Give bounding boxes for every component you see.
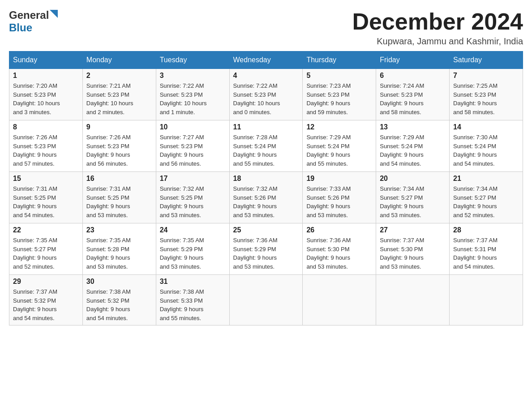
day-number: 13 [380,123,446,131]
day-info: Sunrise: 7:29 AMSunset: 5:24 PMDaylight:… [380,133,446,168]
calendar-cell [376,275,450,325]
calendar-cell: 28Sunrise: 7:37 AMSunset: 5:31 PMDayligh… [450,223,523,275]
calendar-cell [450,275,523,325]
day-info: Sunrise: 7:30 AMSunset: 5:24 PMDaylight:… [453,133,519,168]
day-number: 8 [13,123,79,131]
weekday-header-thursday: Thursday [303,51,376,69]
calendar-cell: 13Sunrise: 7:29 AMSunset: 5:24 PMDayligh… [376,120,450,172]
day-number: 11 [233,123,299,131]
day-number: 22 [13,226,79,234]
day-number: 28 [453,226,519,234]
day-number: 26 [306,226,372,234]
day-number: 2 [86,72,152,80]
day-info: Sunrise: 7:22 AMSunset: 5:23 PMDaylight:… [160,81,226,116]
calendar-cell: 7Sunrise: 7:25 AMSunset: 5:23 PMDaylight… [450,69,523,120]
day-number: 7 [453,72,519,80]
day-info: Sunrise: 7:23 AMSunset: 5:23 PMDaylight:… [306,81,372,116]
month-title: December 2024 [352,9,523,34]
day-number: 15 [13,175,79,183]
calendar-cell: 25Sunrise: 7:36 AMSunset: 5:29 PMDayligh… [229,223,303,275]
calendar-week-row: 8Sunrise: 7:26 AMSunset: 5:23 PMDaylight… [9,120,523,172]
day-info: Sunrise: 7:20 AMSunset: 5:23 PMDaylight:… [13,81,79,116]
day-info: Sunrise: 7:35 AMSunset: 5:27 PMDaylight:… [13,236,79,271]
calendar-cell: 29Sunrise: 7:37 AMSunset: 5:32 PMDayligh… [9,275,83,325]
calendar-cell [229,275,303,325]
day-info: Sunrise: 7:29 AMSunset: 5:24 PMDaylight:… [306,133,372,168]
calendar-cell: 10Sunrise: 7:27 AMSunset: 5:23 PMDayligh… [156,120,229,172]
location-text: Kupwara, Jammu and Kashmir, India [352,36,523,47]
calendar-cell: 23Sunrise: 7:35 AMSunset: 5:28 PMDayligh… [82,223,156,275]
day-number: 20 [380,175,446,183]
weekday-header-saturday: Saturday [450,51,523,69]
day-number: 27 [380,226,446,234]
day-info: Sunrise: 7:21 AMSunset: 5:23 PMDaylight:… [86,81,152,116]
calendar-cell: 15Sunrise: 7:31 AMSunset: 5:25 PMDayligh… [9,172,83,223]
calendar-cell: 12Sunrise: 7:29 AMSunset: 5:24 PMDayligh… [303,120,376,172]
calendar-cell: 14Sunrise: 7:30 AMSunset: 5:24 PMDayligh… [450,120,523,172]
day-info: Sunrise: 7:26 AMSunset: 5:23 PMDaylight:… [86,133,152,168]
calendar-cell: 6Sunrise: 7:24 AMSunset: 5:23 PMDaylight… [376,69,450,120]
calendar-cell: 3Sunrise: 7:22 AMSunset: 5:23 PMDaylight… [156,69,229,120]
calendar-week-row: 15Sunrise: 7:31 AMSunset: 5:25 PMDayligh… [9,172,523,223]
page-header: General Blue December 2024 Kupwara, Jamm… [9,9,523,47]
day-info: Sunrise: 7:35 AMSunset: 5:28 PMDaylight:… [86,236,152,271]
calendar-cell: 30Sunrise: 7:38 AMSunset: 5:32 PMDayligh… [82,275,156,325]
day-number: 6 [380,72,446,80]
calendar-cell: 9Sunrise: 7:26 AMSunset: 5:23 PMDaylight… [82,120,156,172]
day-info: Sunrise: 7:37 AMSunset: 5:32 PMDaylight:… [13,287,79,322]
title-section: December 2024 Kupwara, Jammu and Kashmir… [352,9,523,47]
day-info: Sunrise: 7:35 AMSunset: 5:29 PMDaylight:… [160,236,226,271]
calendar-cell: 24Sunrise: 7:35 AMSunset: 5:29 PMDayligh… [156,223,229,275]
day-info: Sunrise: 7:34 AMSunset: 5:27 PMDaylight:… [380,184,446,219]
day-number: 30 [86,278,152,286]
calendar-week-row: 22Sunrise: 7:35 AMSunset: 5:27 PMDayligh… [9,223,523,275]
day-info: Sunrise: 7:37 AMSunset: 5:31 PMDaylight:… [453,236,519,271]
weekday-header-wednesday: Wednesday [229,51,303,69]
calendar-table: SundayMondayTuesdayWednesdayThursdayFrid… [9,51,523,325]
calendar-cell: 8Sunrise: 7:26 AMSunset: 5:23 PMDaylight… [9,120,83,172]
calendar-cell: 19Sunrise: 7:33 AMSunset: 5:26 PMDayligh… [303,172,376,223]
calendar-cell: 20Sunrise: 7:34 AMSunset: 5:27 PMDayligh… [376,172,450,223]
day-info: Sunrise: 7:31 AMSunset: 5:25 PMDaylight:… [86,184,152,219]
weekday-header-monday: Monday [82,51,156,69]
day-info: Sunrise: 7:38 AMSunset: 5:33 PMDaylight:… [160,287,226,322]
day-number: 5 [306,72,372,80]
day-number: 24 [160,226,226,234]
day-info: Sunrise: 7:24 AMSunset: 5:23 PMDaylight:… [380,81,446,116]
day-info: Sunrise: 7:31 AMSunset: 5:25 PMDaylight:… [13,184,79,219]
calendar-cell: 31Sunrise: 7:38 AMSunset: 5:33 PMDayligh… [156,275,229,325]
day-info: Sunrise: 7:26 AMSunset: 5:23 PMDaylight:… [13,133,79,168]
day-number: 18 [233,175,299,183]
day-number: 10 [160,123,226,131]
day-info: Sunrise: 7:32 AMSunset: 5:26 PMDaylight:… [233,184,299,219]
day-info: Sunrise: 7:37 AMSunset: 5:30 PMDaylight:… [380,236,446,271]
day-info: Sunrise: 7:36 AMSunset: 5:30 PMDaylight:… [306,236,372,271]
calendar-week-row: 29Sunrise: 7:37 AMSunset: 5:32 PMDayligh… [9,275,523,325]
weekday-header-friday: Friday [376,51,450,69]
day-number: 4 [233,72,299,80]
day-info: Sunrise: 7:33 AMSunset: 5:26 PMDaylight:… [306,184,372,219]
logo-triangle-icon [50,10,58,18]
day-number: 21 [453,175,519,183]
calendar-cell: 11Sunrise: 7:28 AMSunset: 5:24 PMDayligh… [229,120,303,172]
day-info: Sunrise: 7:36 AMSunset: 5:29 PMDaylight:… [233,236,299,271]
calendar-cell: 17Sunrise: 7:32 AMSunset: 5:25 PMDayligh… [156,172,229,223]
calendar-cell: 18Sunrise: 7:32 AMSunset: 5:26 PMDayligh… [229,172,303,223]
day-number: 23 [86,226,152,234]
day-info: Sunrise: 7:28 AMSunset: 5:24 PMDaylight:… [233,133,299,168]
day-number: 12 [306,123,372,131]
calendar-cell: 5Sunrise: 7:23 AMSunset: 5:23 PMDaylight… [303,69,376,120]
day-info: Sunrise: 7:34 AMSunset: 5:27 PMDaylight:… [453,184,519,219]
day-info: Sunrise: 7:32 AMSunset: 5:25 PMDaylight:… [160,184,226,219]
day-number: 29 [13,278,79,286]
logo-blue-text: Blue [9,21,32,34]
calendar-cell: 4Sunrise: 7:22 AMSunset: 5:23 PMDaylight… [229,69,303,120]
calendar-cell: 21Sunrise: 7:34 AMSunset: 5:27 PMDayligh… [450,172,523,223]
day-number: 16 [86,175,152,183]
calendar-cell: 16Sunrise: 7:31 AMSunset: 5:25 PMDayligh… [82,172,156,223]
calendar-cell: 27Sunrise: 7:37 AMSunset: 5:30 PMDayligh… [376,223,450,275]
svg-marker-0 [50,10,58,18]
calendar-cell [303,275,376,325]
day-number: 19 [306,175,372,183]
day-number: 31 [160,278,226,286]
